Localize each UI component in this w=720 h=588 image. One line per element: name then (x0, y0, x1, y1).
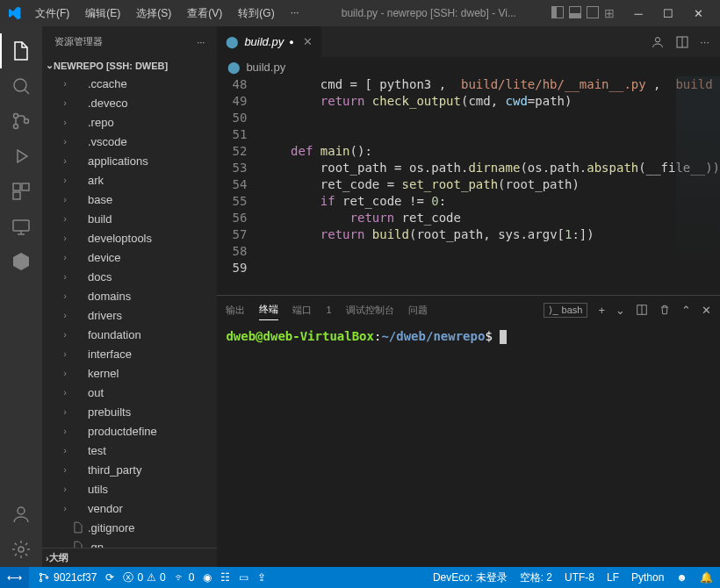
code-line[interactable]: return ret_code (261, 210, 720, 226)
maximize-panel-icon[interactable]: ⌃ (681, 304, 691, 317)
close-button[interactable]: ✕ (683, 0, 713, 26)
menu-item[interactable]: 转到(G) (231, 3, 281, 25)
menu-item[interactable]: 选择(S) (129, 3, 178, 25)
code-editor[interactable]: 484950515253545556575859 cmd = [ python3… (217, 76, 720, 295)
tree-item[interactable]: ›interface (46, 344, 217, 363)
sync-icon[interactable]: ⟳ (105, 571, 114, 584)
trash-icon[interactable] (659, 304, 671, 316)
ports-status[interactable]: ᯤ 0 (175, 571, 195, 584)
run-debug-icon[interactable] (0, 139, 42, 174)
tree-item[interactable]: ›device (46, 247, 217, 267)
menu-item[interactable]: 文件(F) (28, 3, 76, 25)
code-line[interactable]: return build(root_path, sys.argv[1:]) (261, 226, 720, 243)
code-line[interactable]: if ret_code != 0: (261, 193, 720, 210)
tree-icon[interactable]: ☷ (220, 571, 230, 584)
code-line[interactable] (261, 260, 720, 276)
settings-gear-icon[interactable] (0, 532, 42, 567)
tree-item[interactable]: ›drivers (46, 305, 217, 325)
panel-tab[interactable]: 端口 (292, 300, 312, 320)
menu-item[interactable]: ··· (284, 3, 306, 25)
more-icon[interactable]: ··· (197, 37, 205, 47)
split-editor-icon[interactable] (675, 35, 689, 49)
extensions-icon[interactable] (0, 174, 42, 209)
tree-item[interactable]: .gitignore (46, 518, 217, 537)
tree-item[interactable]: ›.ccache (46, 74, 217, 93)
tree-item[interactable]: ›applications (46, 151, 217, 170)
panel-tab[interactable]: 输出 (226, 300, 245, 320)
indentation-status[interactable]: 空格: 2 (520, 570, 552, 585)
tree-item[interactable]: ›prebuilts (46, 402, 217, 421)
radio-icon[interactable]: ◉ (203, 571, 212, 584)
code-line[interactable] (261, 126, 720, 143)
eol-status[interactable]: LF (607, 570, 619, 585)
code-line[interactable] (261, 243, 720, 260)
tab-build-py[interactable]: ⬤ build.py ● ✕ (217, 26, 321, 57)
tree-item[interactable]: ›domains (46, 286, 217, 305)
tree-item[interactable]: ›ark (46, 170, 217, 190)
maximize-button[interactable]: ☐ (653, 0, 683, 26)
workspace-section-header[interactable]: ⌄ NEWREPO [SSH: DWEB] (42, 57, 217, 74)
tree-item[interactable]: ›.deveco (46, 93, 217, 112)
tree-item[interactable]: ›third_party (46, 460, 217, 479)
language-mode[interactable]: Python (631, 570, 664, 585)
tree-item[interactable]: ›test (46, 441, 217, 460)
layout-grid-icon[interactable]: ⊞ (604, 6, 615, 20)
tree-item[interactable]: .gn (46, 537, 217, 548)
breadcrumb[interactable]: ⬤ build.py (217, 57, 720, 76)
panel-tab[interactable]: 1 (326, 301, 331, 319)
menu-item[interactable]: 查看(V) (180, 3, 229, 25)
code-content[interactable]: cmd = [ python3 , build/lite/hb/__main__… (261, 76, 720, 295)
code-line[interactable]: def main(): (261, 143, 720, 160)
code-line[interactable]: ret_code = set_root_path(root_path) (261, 176, 720, 193)
panel-right-icon[interactable] (587, 6, 599, 18)
more-actions-icon[interactable]: ··· (700, 35, 709, 49)
terminal-shell-select[interactable]: ⟩_ bash (544, 303, 587, 318)
code-line[interactable]: cmd = [ python3 , build/lite/hb/__main__… (261, 76, 720, 93)
source-control-icon[interactable] (0, 104, 42, 139)
remote-indicator[interactable]: ⟷ (0, 567, 29, 588)
outline-section[interactable]: › 大纲 (42, 548, 217, 567)
tree-item[interactable]: ›out (46, 383, 217, 402)
minimap[interactable] (676, 76, 720, 261)
close-panel-icon[interactable]: ✕ (702, 304, 711, 317)
code-line[interactable]: return check_output(cmd, cwd=path) (261, 93, 720, 110)
chevron-down-icon[interactable]: ⌄ (616, 304, 625, 317)
tree-item[interactable]: ›build (46, 209, 217, 228)
book-icon[interactable]: ▭ (239, 571, 248, 584)
remote-explorer-icon[interactable] (0, 209, 42, 244)
close-tab-icon[interactable]: ✕ (303, 35, 313, 48)
tree-item[interactable]: ›utils (46, 479, 217, 498)
panel-tab[interactable]: 问题 (408, 300, 428, 320)
account-icon[interactable] (651, 35, 665, 49)
code-line[interactable]: root_path = os.path.dirname(os.path.absp… (261, 160, 720, 176)
share-icon[interactable]: ⇪ (257, 571, 266, 584)
deveco-status[interactable]: DevEco: 未登录 (433, 570, 508, 585)
new-terminal-icon[interactable]: + (598, 304, 605, 317)
encoding-status[interactable]: UTF-8 (565, 570, 594, 585)
panel-tab[interactable]: 终端 (259, 299, 278, 320)
tree-item[interactable]: ›.vscode (46, 132, 217, 151)
code-line[interactable] (261, 110, 720, 126)
panel-bottom-icon[interactable] (569, 6, 581, 18)
minimize-button[interactable]: ─ (623, 0, 653, 26)
explorer-icon[interactable] (0, 33, 42, 68)
tree-item[interactable]: ›developtools (46, 228, 217, 247)
git-branch[interactable]: 9021cf37 (38, 571, 97, 584)
tree-item[interactable]: ›docs (46, 267, 217, 286)
notifications-icon[interactable]: 🔔 (700, 570, 713, 585)
panel-left-icon[interactable] (551, 6, 564, 18)
problems-status[interactable]: ⓧ 0 ⚠ 0 (123, 570, 165, 585)
terminal[interactable]: dweb@dweb-VirtualBox:~/dweb/newrepo$ (217, 324, 720, 567)
tree-item[interactable]: ›kernel (46, 363, 217, 383)
accounts-icon[interactable] (0, 497, 42, 532)
tree-item[interactable]: ›productdefine (46, 421, 217, 441)
tree-item[interactable]: ›base (46, 190, 217, 209)
panel-tab[interactable]: 调试控制台 (346, 300, 394, 320)
feedback-icon[interactable]: ☻ (676, 570, 688, 585)
tree-item[interactable]: ›vendor (46, 498, 217, 518)
cloud-icon[interactable] (0, 244, 42, 279)
search-icon[interactable] (0, 68, 42, 104)
split-terminal-icon[interactable] (636, 304, 648, 316)
tree-item[interactable]: ›foundation (46, 325, 217, 344)
file-tree[interactable]: ›.ccache›.deveco›.repo›.vscode›applicati… (42, 74, 217, 548)
